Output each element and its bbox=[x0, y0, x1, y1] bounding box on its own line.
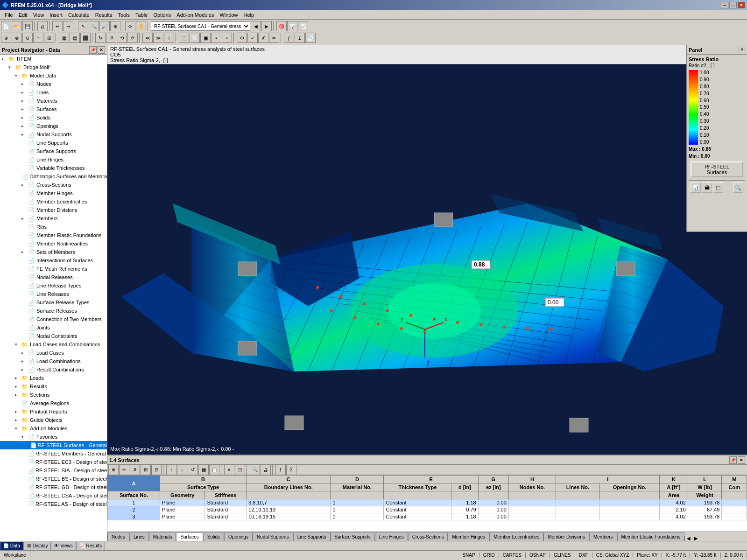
tree-node-25[interactable]: 📄FE Mesh Refinements bbox=[0, 265, 107, 273]
bt-2[interactable]: ✏ bbox=[119, 465, 129, 475]
tb-zoom-out[interactable]: 🔎 bbox=[99, 21, 110, 31]
status-glines[interactable]: GLINES bbox=[550, 553, 575, 558]
tb2-8[interactable]: ⬛ bbox=[80, 33, 91, 43]
bt-16[interactable]: Σ bbox=[286, 465, 296, 475]
bt-15[interactable]: ƒ bbox=[275, 465, 286, 475]
tree-node-37[interactable]: ▸📄Result Combinations bbox=[0, 365, 107, 374]
tree-node-28[interactable]: 📄Line Releases bbox=[0, 290, 107, 298]
tb2-x[interactable]: ✗ bbox=[258, 33, 268, 43]
tab-surfaces[interactable]: Surfaces bbox=[176, 532, 203, 541]
tb2-17[interactable]: ⬜ bbox=[190, 33, 200, 43]
menu-edit[interactable]: Edit bbox=[16, 11, 30, 19]
tree-node-2[interactable]: ▾📁Model Data bbox=[0, 71, 107, 80]
menu-addon[interactable]: Add-on Modules bbox=[174, 11, 217, 19]
tb2-chart[interactable]: 📉 bbox=[305, 33, 316, 43]
tab-scroll-right[interactable]: ▶ bbox=[692, 536, 700, 541]
tree-node-4[interactable]: ▸📄Lines bbox=[0, 88, 107, 97]
menu-file[interactable]: File bbox=[2, 11, 16, 19]
menu-results[interactable]: Results bbox=[92, 11, 115, 19]
tree-node-12[interactable]: 📄Line Hinges bbox=[0, 155, 107, 164]
tb2-19[interactable]: ▪ bbox=[211, 33, 221, 43]
table-cell-2-7[interactable]: 0.00 bbox=[478, 506, 508, 513]
status-dxf[interactable]: DXF bbox=[575, 553, 592, 558]
table-cell-1-4[interactable]: 1 bbox=[331, 499, 384, 506]
tb-nav-left[interactable]: ◀ bbox=[251, 21, 261, 31]
tree-node-52[interactable]: 📄RF-STEEL CSA - Design of steel me bbox=[0, 491, 107, 500]
tb2-1[interactable]: ⊕ bbox=[1, 33, 11, 43]
tb2-6[interactable]: ▦ bbox=[59, 33, 69, 43]
tb2-20[interactable]: ▫ bbox=[222, 33, 232, 43]
bt-12[interactable]: ⊡ bbox=[235, 465, 245, 475]
tree-node-17[interactable]: 📄Member Eccentricities bbox=[0, 197, 107, 206]
panel-close-btn[interactable]: ✕ bbox=[739, 47, 745, 53]
tb-rotate[interactable]: ⟳ bbox=[125, 21, 135, 31]
tb2-check[interactable]: ✓ bbox=[247, 33, 258, 43]
tree-node-44[interactable]: ▾📁Add-on Modules bbox=[0, 424, 107, 433]
tree-node-49[interactable]: 📄RF-STEEL SIA - Design of steel mem bbox=[0, 466, 107, 475]
tab-materials[interactable]: Materials bbox=[149, 532, 176, 541]
tree-node-31[interactable]: 📄Connection of Two Members bbox=[0, 315, 107, 323]
minimize-button[interactable]: ─ bbox=[721, 2, 728, 8]
viewport[interactable]: x y z bbox=[107, 64, 747, 455]
tree-node-40[interactable]: ▸📁Sections bbox=[0, 391, 107, 399]
bottom-panel-close[interactable]: ✕ bbox=[738, 456, 745, 464]
tb2-formula[interactable]: ƒ bbox=[284, 33, 294, 43]
tb2-9[interactable]: ↻ bbox=[95, 33, 106, 43]
table-cell-3-9[interactable] bbox=[556, 513, 599, 520]
tree-node-39[interactable]: ▸📁Results bbox=[0, 382, 107, 391]
tb2-13[interactable]: ≪ bbox=[142, 33, 153, 43]
bt-9[interactable]: ▦ bbox=[198, 465, 209, 475]
tree-node-11[interactable]: 📄Surface Supports bbox=[0, 147, 107, 155]
tree-node-19[interactable]: ▸📄Members bbox=[0, 214, 107, 223]
panel-icon-1[interactable]: 📊 bbox=[691, 182, 701, 193]
table-container[interactable]: A B C D E G H I K L M bbox=[107, 475, 747, 532]
maximize-button[interactable]: □ bbox=[729, 2, 737, 8]
panel-pin[interactable]: 📌 bbox=[89, 46, 97, 54]
table-cell-1-1[interactable]: Plane bbox=[160, 499, 205, 506]
tree-node-18[interactable]: 📄Member Divisions bbox=[0, 206, 107, 214]
tree-node-47[interactable]: 📄RF-STEEL Members - General stre bbox=[0, 449, 107, 458]
table-cell-3-0[interactable]: 3 bbox=[108, 513, 160, 520]
tree-node-5[interactable]: ▸📄Materials bbox=[0, 97, 107, 105]
bt-4[interactable]: ⊞ bbox=[141, 465, 151, 475]
table-cell-2-9[interactable] bbox=[556, 506, 599, 513]
tab-members[interactable]: Members bbox=[589, 532, 617, 541]
table-cell-1-9[interactable] bbox=[556, 499, 599, 506]
table-cell-1-6[interactable]: 1.18 bbox=[451, 499, 478, 506]
table-cell-2-5[interactable]: Constant bbox=[384, 506, 451, 513]
tab-lines[interactable]: Lines bbox=[129, 532, 149, 541]
tree-node-38[interactable]: ▸📁Loads bbox=[0, 374, 107, 382]
table-row-2[interactable]: 2PlaneStandard12,10,11,131Constant0.790.… bbox=[108, 506, 747, 513]
table-cell-1-0[interactable]: 1 bbox=[108, 499, 160, 506]
tree-node-22[interactable]: 📄Member Nonlinearities bbox=[0, 239, 107, 248]
tb2-4[interactable]: ≡ bbox=[33, 33, 43, 43]
panel-icon-2[interactable]: 🏔 bbox=[702, 182, 712, 193]
table-cell-1-7[interactable]: 0.00 bbox=[478, 499, 508, 506]
menu-view[interactable]: View bbox=[30, 11, 47, 19]
bt-8[interactable]: ↺ bbox=[188, 465, 198, 475]
tree-node-50[interactable]: 📄RF-STEEL BS - Design of steel me bbox=[0, 475, 107, 483]
tree-node-27[interactable]: 📄Line Release Types bbox=[0, 281, 107, 290]
tab-cross-sections[interactable]: Cross-Sections bbox=[408, 532, 448, 541]
tree-node-21[interactable]: 📄Member Elastic Foundations bbox=[0, 231, 107, 239]
tb2-15[interactable]: ↕ bbox=[164, 33, 174, 43]
tree-area[interactable]: ▸📁RFEM▾📁Bridge Moll*▾📁Model Data▸📄Nodes▸… bbox=[0, 55, 107, 541]
table-cell-1-12[interactable]: 193.78 bbox=[688, 499, 722, 506]
tree-node-32[interactable]: 📄Joints bbox=[0, 323, 107, 332]
tb-redo[interactable]: ↪ bbox=[63, 21, 73, 31]
tb-nav-right[interactable]: ▶ bbox=[261, 21, 272, 31]
table-cell-1-2[interactable]: Standard bbox=[205, 499, 247, 506]
bottom-panel-pin[interactable]: 📌 bbox=[729, 456, 737, 464]
bot-tab-results[interactable]: 📈 Results bbox=[76, 542, 105, 550]
tb2-sum[interactable]: Σ bbox=[295, 33, 305, 43]
table-cell-2-4[interactable]: 1 bbox=[331, 506, 384, 513]
tab-solids[interactable]: Solids bbox=[203, 532, 224, 541]
tree-node-33[interactable]: 📄Nodal Constraints bbox=[0, 332, 107, 340]
tb-undo[interactable]: ↩ bbox=[52, 21, 63, 31]
table-cell-1-5[interactable]: Constant bbox=[384, 499, 451, 506]
tb-pan[interactable]: ✋ bbox=[136, 21, 146, 31]
table-cell-2-1[interactable]: Plane bbox=[160, 506, 205, 513]
tb2-12[interactable]: ⟳ bbox=[127, 33, 138, 43]
tb-open[interactable]: 📂 bbox=[12, 21, 22, 31]
tree-node-8[interactable]: ▸📄Openings bbox=[0, 122, 107, 130]
